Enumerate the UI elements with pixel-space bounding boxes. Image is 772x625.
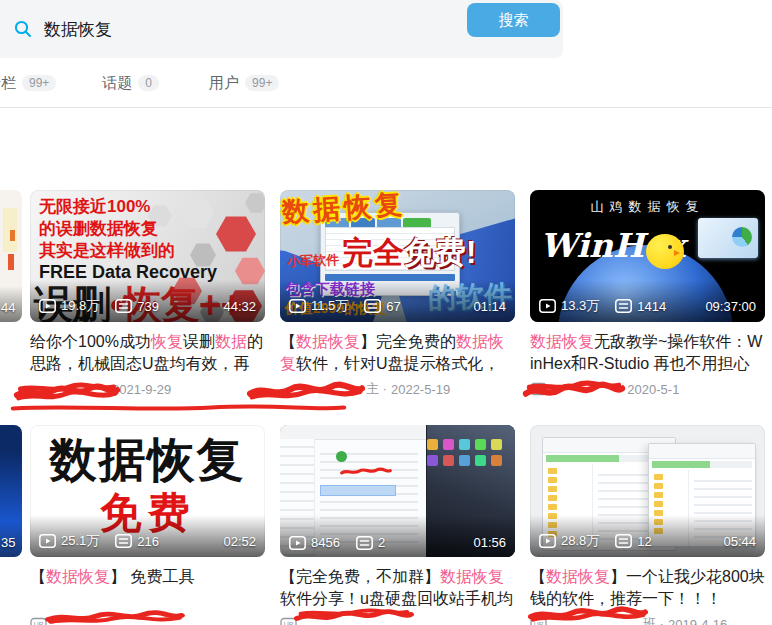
uploader-row[interactable]: 主 · 2022-5-19 <box>280 380 515 398</box>
upload-date: 2021-9-29 <box>112 382 171 397</box>
upload-date: 2019-4-16 <box>668 617 727 625</box>
play-icon <box>39 299 56 313</box>
video-stats: 25.1万 216 02:52 <box>30 532 265 557</box>
uploader-row[interactable]: UP 班 · 2019-4-16 <box>530 615 765 625</box>
video-card[interactable]: 数据恢复 免费 25.1万 216 02:52 【数据恢复】 免费工具 UP <box>30 425 265 625</box>
sliver-content <box>10 230 15 241</box>
tab-label: 用户 <box>209 74 239 93</box>
video-title[interactable]: 给你个100%成功恢复误删数据的思路，机械固态U盘均有效，再介绍… <box>30 331 265 375</box>
tab-count-badge: 99+ <box>22 75 56 91</box>
tab-label: 专栏 <box>0 74 16 93</box>
video-card[interactable]: 无限接近100% 的误删数据恢复 其实是这样做到的 FREE Data Reco… <box>30 190 265 398</box>
thumbnail-text: 的误删数据恢复 <box>39 217 158 240</box>
video-card[interactable]: 28.8万 12 05:44 【数据恢复】一个让我少花800块钱的软件，推荐一下… <box>530 425 765 625</box>
chick-logo <box>646 234 684 269</box>
uploader-row[interactable]: 2021-9-29 <box>30 380 265 398</box>
tab-column[interactable]: 专栏 99+ <box>0 74 56 93</box>
duration-fragment: 35 <box>1 535 15 550</box>
video-stats: 28.8万 12 05:44 <box>530 532 765 557</box>
danmaku-count: 216 <box>115 534 159 549</box>
app-icon <box>336 451 347 462</box>
play-count: 19.8万 <box>39 297 99 315</box>
tab-label: 话题 <box>102 74 132 93</box>
svg-text:UP: UP <box>34 620 44 625</box>
play-count: 11.5万 <box>289 297 348 315</box>
video-title[interactable]: 【数据恢复】完全免费的数据恢复软件，针对U盘提示格式化，误删的… <box>280 331 515 375</box>
play-count: 25.1万 <box>39 532 99 550</box>
video-duration: 05:44 <box>723 534 756 549</box>
video-duration: 09:37:00 <box>705 299 756 314</box>
selected-file-row <box>320 485 396 496</box>
thumbnail-text: 小军软件 <box>287 251 340 271</box>
video-stats: 19.8万 739 44:32 <box>30 297 265 322</box>
video-title[interactable]: 【完全免费，不加群】数据恢复软件分享！u盘硬盘回收站手机均可！… <box>280 566 515 610</box>
play-count: 28.8万 <box>539 532 599 550</box>
uploader-row[interactable]: UP · 2020-5-1 <box>530 380 765 398</box>
search-input[interactable] <box>42 18 436 40</box>
software-screenshot <box>698 218 758 258</box>
danmaku-icon <box>115 299 132 313</box>
video-title[interactable]: 数据恢复无敌教学~操作软件：WinHex和R-Studio 再也不用担心数… <box>530 331 765 375</box>
thumbnail-text: 无限接近100% <box>39 195 150 218</box>
up-icon: UP <box>30 617 47 625</box>
up-icon: UP <box>530 382 547 397</box>
danmaku-icon <box>115 534 132 548</box>
danmaku-icon <box>364 299 381 313</box>
redacted-uploader-name <box>301 618 419 625</box>
video-thumbnail[interactable]: 数据恢复 免费 25.1万 216 02:52 <box>30 425 265 557</box>
hexagon-decoration <box>180 196 214 230</box>
danmaku-count: 1414 <box>615 299 666 314</box>
video-thumbnail[interactable]: 数据恢复 完全免费! 小军软件 包含下载链接 价值2999的恢复 的软件 11.… <box>280 190 515 322</box>
thumbnail-text: 数据恢复 <box>30 429 265 492</box>
play-icon <box>289 299 306 313</box>
thumbnail-text: 其实是这样做到的 <box>39 239 175 262</box>
danmaku-count: 2 <box>356 535 385 550</box>
search-results-grid: 无限接近100% 的误删数据恢复 其实是这样做到的 FREE Data Reco… <box>30 190 765 625</box>
uploader-row[interactable]: UP <box>30 615 265 625</box>
video-thumbnail[interactable]: 28.8万 12 05:44 <box>530 425 765 557</box>
hexagon-decoration <box>245 192 265 214</box>
explorer-address-bar <box>652 461 752 468</box>
upload-date: 2020-5-1 <box>627 382 679 397</box>
svg-text:UP: UP <box>534 385 544 392</box>
tab-user[interactable]: 用户 99+ <box>209 74 279 93</box>
play-icon <box>39 534 56 548</box>
video-stats: 13.3万 1414 09:37:00 <box>530 297 765 322</box>
tab-topic[interactable]: 话题 0 <box>102 74 159 93</box>
partial-video-thumbnail[interactable]: 44 <box>0 190 22 322</box>
video-card[interactable]: 数据恢复 完全免费! 小军软件 包含下载链接 价值2999的恢复 的软件 11.… <box>280 190 515 398</box>
video-duration: 44:32 <box>223 299 256 314</box>
video-thumbnail[interactable]: 山鸡数据恢复 WinHex 13.3万 1414 09:37:00 <box>530 190 765 322</box>
up-icon: UP <box>280 617 297 625</box>
redacted-uploader-name <box>280 383 362 395</box>
search-icon <box>14 20 32 38</box>
danmaku-icon <box>356 536 373 550</box>
play-icon <box>539 534 556 548</box>
explorer-toolbar <box>649 444 755 459</box>
svg-text:UP: UP <box>284 620 294 625</box>
video-thumbnail[interactable]: 无限接近100% 的误删数据恢复 其实是这样做到的 FREE Data Reco… <box>30 190 265 322</box>
redacted-uploader-name <box>551 383 615 395</box>
video-card[interactable]: 山鸡数据恢复 WinHex 13.3万 1414 09:37:00 数据恢复无敌… <box>530 190 765 398</box>
video-title[interactable]: 【数据恢复】一个让我少花800块钱的软件，推荐一下！！！ <box>530 566 765 610</box>
search-button[interactable]: 搜索 <box>467 3 560 37</box>
recovery-logo <box>732 227 752 247</box>
video-title[interactable]: 【数据恢复】 免费工具 <box>30 566 265 610</box>
video-stats: 8456 2 01:56 <box>280 535 515 557</box>
tab-count-badge: 99+ <box>245 75 279 91</box>
thumbnail-text: 完全免费! <box>342 232 476 274</box>
danmaku-count: 739 <box>115 299 159 314</box>
explorer-toolbar <box>280 425 426 440</box>
video-duration: 01:56 <box>473 535 506 550</box>
danmaku-icon <box>615 299 632 313</box>
video-thumbnail[interactable]: 8456 2 01:56 <box>280 425 515 557</box>
play-icon <box>289 536 306 550</box>
upload-date: 2022-5-19 <box>391 382 450 397</box>
danmaku-count: 12 <box>615 534 651 549</box>
partial-video-thumbnail[interactable]: 35 <box>0 425 22 557</box>
video-duration: 01:14 <box>473 299 506 314</box>
video-card[interactable]: 8456 2 01:56 【完全免费，不加群】数据恢复软件分享！u盘硬盘回收站手… <box>280 425 515 625</box>
play-count: 8456 <box>289 535 340 550</box>
uploader-name-suffix: 主 · <box>366 380 387 398</box>
uploader-row[interactable]: UP <box>280 615 515 625</box>
